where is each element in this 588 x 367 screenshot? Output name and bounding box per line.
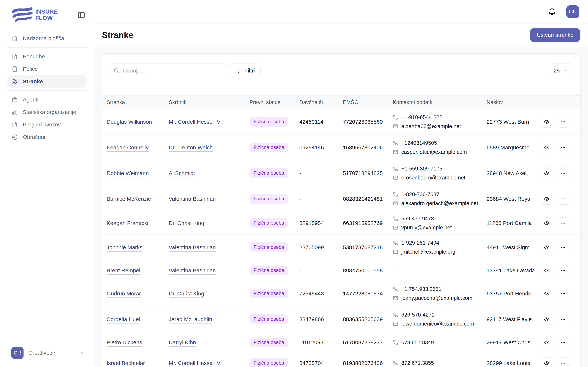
emso-cell: 7720723935560 (338, 109, 388, 134)
contact-cell: +1.754.933.2551 joany.pacocha@example.co… (388, 281, 482, 306)
phone-value: 872.671.3855 (401, 360, 434, 366)
client-name-link[interactable]: Johnnie Marks (107, 244, 142, 250)
contact-cell: - (388, 260, 482, 281)
file-plus-icon (11, 53, 18, 60)
row-menu-button[interactable] (557, 142, 570, 153)
view-client-button[interactable] (540, 116, 553, 127)
emso-cell: 6178087238237 (338, 332, 388, 353)
col-header-skrbnik: Skrbnik (164, 99, 245, 105)
table-body: Douglas Wilkinson Mr. Cordell Hessel IV … (102, 109, 581, 367)
tax-number-cell: 09254146 (295, 135, 338, 160)
sidebar-item-police[interactable]: Police (7, 63, 86, 75)
client-name-link[interactable]: Keagan Connelly (107, 144, 149, 151)
row-menu-button[interactable] (557, 337, 570, 348)
page-size-select[interactable]: 25 (549, 64, 574, 78)
ellipsis-icon (560, 170, 566, 176)
guardian-link[interactable]: Dr. Trenton Welch (169, 144, 213, 151)
emso-cell: 5170718294825 (338, 160, 388, 186)
emso-cell: 0828321421481 (338, 186, 388, 212)
client-name-link[interactable]: Gudrun Morar (107, 291, 141, 297)
address-cell: 13741 Lake Lavada (482, 260, 534, 281)
legal-status-badge: Fizična oseba (250, 117, 288, 127)
contact-empty-dash: - (393, 267, 395, 274)
guardian-link[interactable]: Dr. Christ King (169, 220, 204, 226)
guardian-link[interactable]: Dr. Christ King (169, 291, 204, 297)
clients-card: Filtri 25 Stranka Skrbnik Pravni status … (102, 53, 581, 367)
topbar-avatar[interactable]: CU (566, 5, 579, 18)
mail-icon (393, 225, 398, 231)
address-cell: 63757 Port Hende (482, 281, 534, 306)
view-client-button[interactable] (540, 314, 553, 325)
view-client-button[interactable] (540, 358, 553, 367)
client-name-link[interactable]: Israel Bechtelar (107, 360, 145, 366)
row-menu-button[interactable] (557, 217, 570, 229)
row-menu-button[interactable] (557, 116, 570, 127)
content: Filtri 25 Stranka Skrbnik Pravni status … (94, 47, 588, 367)
guardian-link[interactable]: Mr. Cordell Hessel IV (169, 119, 221, 125)
sidebar-item-ponudbe[interactable]: Ponudbe (7, 50, 86, 63)
client-name-link[interactable]: Robbie Weimann (107, 170, 149, 176)
guardian-link[interactable]: Valentina Bashirian (169, 244, 216, 250)
row-actions (534, 212, 581, 234)
legal-status-badge: Fizična oseba (250, 314, 288, 324)
view-client-button[interactable] (540, 288, 553, 299)
row-actions (534, 160, 581, 186)
sidebar-item-pregled-uvozov[interactable]: Pregled uvozov (7, 118, 86, 131)
col-header-actions (534, 96, 581, 109)
file-icon (11, 66, 18, 72)
row-menu-button[interactable] (557, 288, 570, 299)
phone-icon (393, 240, 398, 246)
client-name-link[interactable]: Keagan Franecki (107, 220, 148, 226)
main-area: CU Stranke Ustvari stranko Filtri (94, 0, 588, 367)
home-icon (11, 35, 18, 42)
sidebar-item-statistika-organizacije[interactable]: Statistika organizacije (7, 106, 86, 118)
client-name-link[interactable]: Brent Rempel (107, 267, 140, 274)
guardian-link[interactable]: Darryl Kihn (169, 339, 196, 346)
row-menu-button[interactable] (557, 167, 570, 179)
sidebar-item-nadzorna-plosca[interactable]: Nadzorna plošča (7, 32, 86, 44)
notifications-button[interactable] (548, 8, 556, 16)
guardian-link[interactable]: Jerad McLaughlin (169, 316, 212, 322)
guardian-link[interactable]: Al Schmidt (169, 170, 195, 176)
legal-status-badge: Fizična oseba (250, 218, 288, 228)
sidebar-item-stranke[interactable]: Stranke (7, 75, 86, 88)
row-menu-button[interactable] (557, 265, 570, 276)
phone-icon (393, 216, 398, 221)
view-client-button[interactable] (540, 142, 553, 153)
guardian-link[interactable]: Valentina Bashirian (169, 267, 216, 274)
user-menu[interactable]: CR Creative37 (0, 342, 94, 367)
view-client-button[interactable] (540, 242, 553, 253)
phone-value: +1-910-654-1222 (401, 114, 442, 120)
search-input[interactable] (123, 67, 221, 74)
view-client-button[interactable] (540, 167, 553, 179)
filters-button[interactable]: Filtri (230, 64, 260, 78)
view-client-button[interactable] (540, 265, 553, 276)
client-name-link[interactable]: Burnice McKenzie (107, 196, 151, 202)
legal-status-badge: Fizična oseba (250, 338, 288, 347)
search-box (109, 64, 226, 78)
client-name-link[interactable]: Cordelia Huel (107, 316, 140, 322)
tax-number-cell: 84735704 (295, 353, 338, 367)
row-menu-button[interactable] (557, 314, 570, 325)
row-actions (534, 234, 581, 260)
emso-cell: 6631915952769 (338, 212, 388, 234)
phone-icon (393, 115, 398, 120)
client-name-link[interactable]: Pietro Dickens (107, 339, 142, 346)
row-actions (534, 353, 581, 367)
view-client-button[interactable] (540, 193, 553, 205)
client-name-link[interactable]: Douglas Wilkinson (107, 119, 152, 125)
view-client-button[interactable] (540, 217, 553, 229)
guardian-link[interactable]: Mr. Cordell Hessel IV (169, 360, 221, 366)
sidebar-item-obracuni[interactable]: Obračuni (7, 131, 86, 143)
table-row: Pietro Dickens Darryl Kihn Fizična oseba… (102, 332, 581, 353)
create-client-button[interactable]: Ustvari stranko (530, 28, 580, 42)
row-menu-button[interactable] (557, 358, 570, 367)
guardian-link[interactable]: Valentina Bashirian (169, 196, 216, 202)
sidebar-toggle-button[interactable] (77, 11, 86, 19)
sidebar-item-agenti[interactable]: Agenti (7, 94, 86, 106)
table-row: Keagan Connelly Dr. Trenton Welch Fizičn… (102, 135, 581, 160)
row-menu-button[interactable] (557, 242, 570, 253)
view-client-button[interactable] (540, 337, 553, 348)
contact-cell: +1-910-654-1222 albertha03@example.net (388, 109, 482, 134)
row-menu-button[interactable] (557, 193, 570, 205)
